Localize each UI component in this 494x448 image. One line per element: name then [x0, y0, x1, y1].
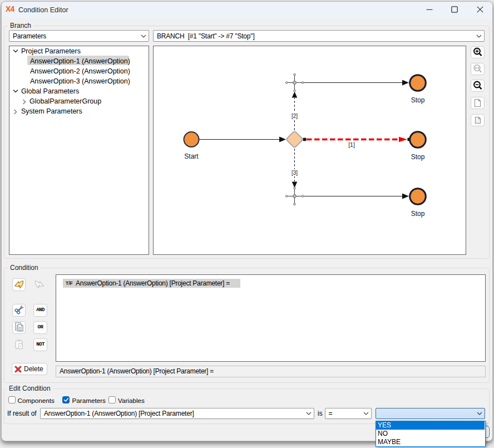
svg-text:[1]: [1]: [348, 141, 355, 148]
svg-text:Stop: Stop: [411, 210, 425, 218]
svg-text:Stop: Stop: [411, 153, 425, 161]
svg-text:1:1: 1:1: [475, 66, 480, 70]
svg-text:[2]: [2]: [292, 113, 298, 119]
svg-text:[3]: [3]: [292, 170, 298, 176]
svg-text:Stop: Stop: [411, 96, 425, 104]
svg-text:Start: Start: [184, 152, 199, 160]
